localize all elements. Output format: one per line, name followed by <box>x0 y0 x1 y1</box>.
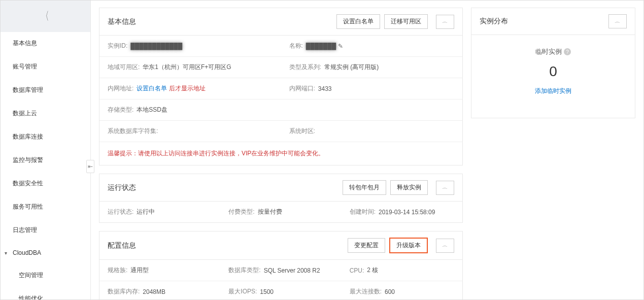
config-collapse[interactable]: ︿ <box>436 239 454 253</box>
spec-family-value: 通用型 <box>130 266 149 275</box>
caret-down-icon: ▾ <box>5 250 7 256</box>
change-config-button[interactable]: 变更配置 <box>348 238 385 253</box>
chevron-left-icon: 〈 <box>42 9 49 24</box>
intranet-port-label: 内网端口: <box>289 84 315 93</box>
sidebar: 〈 基本信息 账号管理 数据库管理 数据上云 数据库连接 监控与报警 数据安全性… <box>1 1 91 299</box>
sidebar-item-monitoring[interactable]: 监控与报警 <box>1 149 90 172</box>
instance-dist-collapse[interactable]: ︿ <box>608 14 627 28</box>
sidebar-item-security[interactable]: 数据安全性 <box>1 172 90 195</box>
chevron-up-icon: ︿ <box>442 185 448 190</box>
chevron-up-icon: ︿ <box>442 243 448 248</box>
storage-value: 本地SSD盘 <box>137 106 167 114</box>
region-value: 华东1（杭州）可用区F+可用区G <box>143 63 231 72</box>
sidebar-collapse-toggle[interactable]: ⇤ <box>86 160 94 173</box>
run-status-collapse[interactable]: ︿ <box>436 181 454 195</box>
intranet-addr-label: 内网地址: <box>108 84 133 93</box>
instance-dist-title: 实例分布 <box>480 17 604 26</box>
mem-label: 数据库内存: <box>108 287 140 296</box>
intranet-whitelist-link[interactable]: 设置白名单 <box>137 85 167 92</box>
sidebar-item-db-connection[interactable]: 数据库连接 <box>1 125 90 149</box>
instance-id-value: ████████████ <box>130 43 182 50</box>
chevron-up-icon: ︿ <box>442 19 448 24</box>
set-whitelist-button[interactable]: 设置白名单 <box>336 14 380 29</box>
sidebar-item-account[interactable]: 账号管理 <box>1 55 90 79</box>
region-label: 地域可用区: <box>108 63 140 72</box>
sidebar-item-data-migration[interactable]: 数据上云 <box>1 102 90 125</box>
sidebar-item-database[interactable]: 数据库管理 <box>1 79 90 102</box>
cpu-label: CPU: <box>350 267 364 274</box>
instance-id-label: 实例ID: <box>108 42 127 50</box>
back-button[interactable]: 〈 <box>1 1 90 32</box>
name-value: ███████ <box>306 43 336 50</box>
sidebar-item-availability[interactable]: 服务可用性 <box>1 195 90 219</box>
temp-instance-label: 临时实例 <box>535 47 562 56</box>
sidebar-item-label: CloudDBA <box>13 249 41 256</box>
run-status-panel: 运行状态 转包年包月 释放实例 ︿ 运行状态: 运行中 付费类型 <box>99 174 463 223</box>
sidebar-item-basic-info[interactable]: 基本信息 <box>1 32 90 55</box>
edit-name-icon[interactable]: ✎ <box>338 43 343 50</box>
status-label: 运行状态: <box>108 208 133 216</box>
maxconn-label: 最大连接数: <box>350 287 382 296</box>
config-panel: 配置信息 变更配置 升级版本 ︿ 规格族:通用型 数据库类型:SQL Serve… <box>99 231 463 299</box>
sidebar-item-performance[interactable]: 性能优化 <box>1 287 90 300</box>
type-label: 类型及系列: <box>289 63 321 72</box>
basic-info-collapse[interactable]: ︿ <box>436 15 454 29</box>
intranet-port-value: 3433 <box>318 85 332 92</box>
spec-family-label: 规格族: <box>108 266 127 275</box>
maxconn-value: 600 <box>385 288 395 295</box>
temp-instance-count: 0 <box>549 63 557 80</box>
main-content: 基本信息 设置白名单 迁移可用区 ︿ 实例ID: ████████████ <box>91 1 643 299</box>
run-status-title: 运行状态 <box>108 183 343 192</box>
created-value: 2019-03-14 15:58:09 <box>379 209 435 216</box>
iops-label: 最大IOPS: <box>228 287 257 296</box>
db-type-value: SQL Server 2008 R2 <box>264 267 320 274</box>
intranet-addr-warn: 后才显示地址 <box>167 85 205 92</box>
release-instance-button[interactable]: 释放实例 <box>390 180 428 195</box>
upgrade-version-button[interactable]: 升级版本 <box>389 238 428 253</box>
created-label: 创建时间: <box>350 208 376 216</box>
sidebar-item-logs[interactable]: 日志管理 <box>1 219 90 242</box>
name-label: 名称: <box>289 42 303 50</box>
cpu-value: 2 核 <box>367 266 378 275</box>
connection-tip: 温馨提示：请使用以上访问连接串进行实例连接，VIP在业务维护中可能会变化。 <box>99 142 462 165</box>
sidebar-item-space[interactable]: 空间管理 <box>1 264 90 287</box>
config-title: 配置信息 <box>108 241 348 250</box>
sidebar-item-clouddba[interactable]: ▾ CloudDBA <box>1 242 90 264</box>
pay-value: 按量付费 <box>258 208 282 216</box>
iops-value: 1500 <box>260 288 274 295</box>
mem-value: 2048MB <box>143 288 165 295</box>
basic-info-panel: 基本信息 设置白名单 迁移可用区 ︿ 实例ID: ████████████ <box>99 8 463 165</box>
tz-label: 系统时区: <box>289 127 315 136</box>
convert-subscription-button[interactable]: 转包年包月 <box>343 180 386 195</box>
status-value: 运行中 <box>137 208 155 216</box>
db-type-label: 数据库类型: <box>228 266 260 275</box>
charset-label: 系统数据库字符集: <box>108 127 158 136</box>
migrate-zone-button[interactable]: 迁移可用区 <box>384 14 428 29</box>
storage-label: 存储类型: <box>108 106 133 114</box>
add-temp-instance-link[interactable]: 添加临时实例 <box>535 87 571 95</box>
basic-info-title: 基本信息 <box>108 17 336 26</box>
instance-dist-panel: 实例分布 ︿ 临时实例 ? 0 添加临时实例 <box>471 8 635 118</box>
pay-label: 付费类型: <box>228 208 254 216</box>
type-value: 常规实例 (高可用版) <box>324 63 379 72</box>
help-icon[interactable]: ? <box>564 48 571 55</box>
chevron-up-icon: ︿ <box>615 19 621 24</box>
